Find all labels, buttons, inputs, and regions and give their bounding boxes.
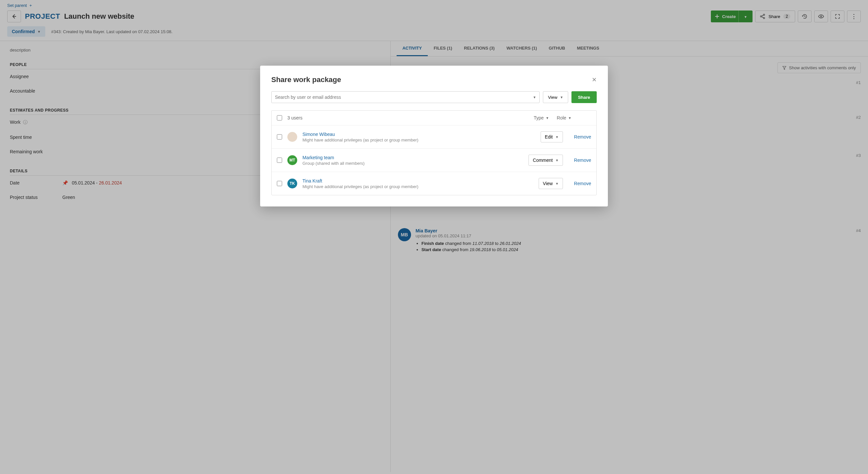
user-search-wrap: ▼ <box>271 91 539 103</box>
row-checkbox[interactable] <box>277 134 282 140</box>
user-sub: Might have additional privileges (as pro… <box>303 138 535 143</box>
modal-title: Share work package <box>271 76 341 84</box>
close-icon: ✕ <box>592 77 597 83</box>
table-header: 3 users Type ▼ Role ▼ <box>272 111 596 125</box>
user-name-link[interactable]: Tina Kraft <box>303 178 322 183</box>
type-column-sort[interactable]: Type ▼ <box>534 115 549 120</box>
row-checkbox[interactable] <box>277 157 282 163</box>
remove-link[interactable]: Remove <box>574 134 591 140</box>
user-sub: Might have additional privileges (as pro… <box>303 184 533 189</box>
user-role-dropdown[interactable]: Edit▼ <box>540 131 563 143</box>
user-role-label: Comment <box>533 157 553 163</box>
role-column-sort[interactable]: Role ▼ <box>557 115 571 120</box>
remove-link[interactable]: Remove <box>574 157 591 163</box>
user-count: 3 users <box>287 115 303 120</box>
chevron-down-icon: ▼ <box>555 182 559 185</box>
user-search-input[interactable] <box>275 94 533 100</box>
share-modal: Share work package ✕ ▼ View ▼ Share 3 us… <box>260 66 608 206</box>
chevron-down-icon[interactable]: ▼ <box>533 95 536 99</box>
share-submit-button[interactable]: Share <box>571 91 597 103</box>
user-name-link[interactable]: Simone Wibeau <box>303 131 335 137</box>
invite-role-dropdown[interactable]: View ▼ <box>543 91 568 103</box>
select-all-checkbox[interactable] <box>277 115 282 120</box>
user-role-dropdown[interactable]: View▼ <box>539 178 563 189</box>
table-row: MTMarketing teamGroup (shared with all m… <box>272 149 596 172</box>
user-role-label: View <box>543 181 553 186</box>
avatar: TK <box>287 179 297 188</box>
avatar <box>287 132 297 142</box>
chevron-down-icon: ▼ <box>555 135 559 139</box>
user-role-label: Edit <box>545 134 553 140</box>
chevron-down-icon: ▼ <box>555 158 559 162</box>
chevron-down-icon: ▼ <box>560 95 563 99</box>
user-sub: Group (shared with all members) <box>303 161 523 166</box>
user-name-link[interactable]: Marketing team <box>303 155 334 160</box>
avatar: MT <box>287 155 297 165</box>
close-button[interactable]: ✕ <box>592 76 597 83</box>
user-role-dropdown[interactable]: Comment▼ <box>528 155 563 166</box>
row-checkbox[interactable] <box>277 181 282 186</box>
remove-link[interactable]: Remove <box>574 181 591 186</box>
modal-overlay: Share work package ✕ ▼ View ▼ Share 3 us… <box>0 0 868 472</box>
table-row: Simone WibeauMight have additional privi… <box>272 125 596 149</box>
table-row: TKTina KraftMight have additional privil… <box>272 172 596 195</box>
chevron-down-icon: ▼ <box>568 116 571 120</box>
chevron-down-icon: ▼ <box>546 116 549 120</box>
invite-role-label: View <box>548 95 557 100</box>
shared-users-table: 3 users Type ▼ Role ▼ Simone WibeauMight… <box>271 110 597 195</box>
